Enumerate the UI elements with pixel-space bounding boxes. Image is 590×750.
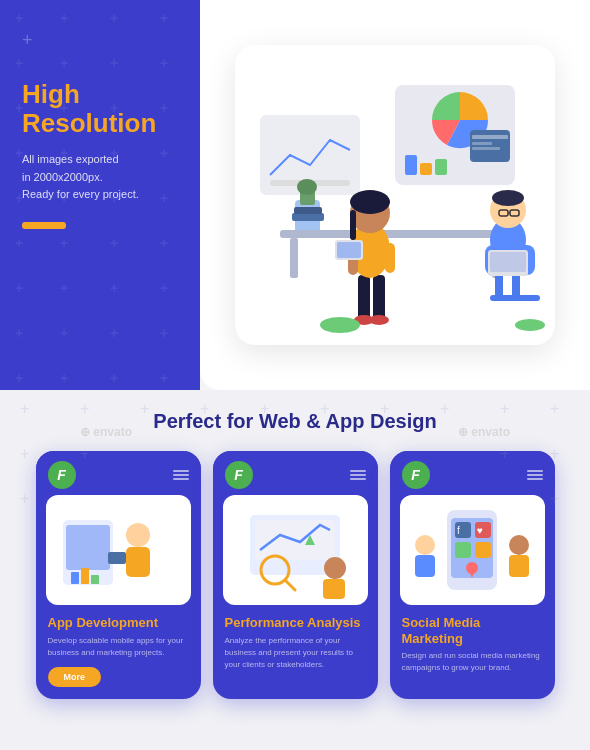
svg-rect-40 <box>385 243 395 273</box>
card-title-3: Social Media Marketing <box>402 615 543 646</box>
card-header-3: F <box>390 451 555 495</box>
hero-subtitle: All images exported in 2000x2000px. Read… <box>22 151 178 204</box>
card-logo-3: F <box>402 461 430 489</box>
card-title-1: App Development <box>48 615 189 631</box>
svg-rect-12 <box>470 130 510 162</box>
svg-rect-32 <box>373 275 385 320</box>
svg-rect-48 <box>126 547 150 577</box>
svg-rect-10 <box>420 163 432 175</box>
card-header-1: F <box>36 451 201 495</box>
hero-illustration <box>240 55 550 335</box>
svg-rect-71 <box>509 555 529 577</box>
card-performance: F <box>213 451 378 699</box>
svg-rect-16 <box>280 230 510 238</box>
svg-rect-22 <box>490 295 540 301</box>
cards-row: F <box>20 451 570 699</box>
card-content-1: App Development Develop scalable mobile … <box>36 605 201 699</box>
bottom-title: Perfect for Web & App Design <box>20 410 570 433</box>
card-image-1 <box>46 495 191 605</box>
svg-rect-9 <box>405 155 417 175</box>
performance-illustration <box>230 500 360 600</box>
svg-rect-5 <box>292 213 324 221</box>
svg-point-55 <box>324 557 346 579</box>
svg-rect-51 <box>81 568 89 584</box>
svg-point-68 <box>415 535 435 555</box>
hero-title: High Resolution <box>22 80 178 137</box>
svg-rect-46 <box>66 525 110 570</box>
svg-point-37 <box>350 190 390 214</box>
svg-rect-64 <box>455 542 471 558</box>
svg-rect-14 <box>472 142 492 145</box>
hero-title-high: High <box>22 80 178 109</box>
card-desc-1: Develop scalable mobile apps for your bu… <box>48 635 189 659</box>
card-image-2 <box>223 495 368 605</box>
more-button[interactable]: More <box>48 667 102 687</box>
svg-rect-17 <box>290 238 298 278</box>
card-header-2: F <box>213 451 378 495</box>
svg-rect-31 <box>358 275 370 320</box>
card-app-development: F <box>36 451 201 699</box>
card-menu-1[interactable] <box>173 470 189 480</box>
card-menu-2[interactable] <box>350 470 366 480</box>
svg-rect-56 <box>323 579 345 599</box>
svg-rect-13 <box>472 135 508 139</box>
svg-rect-15 <box>472 147 500 150</box>
svg-rect-11 <box>435 159 447 175</box>
bottom-section: + + + + + + + + + + + + + + + + ⊕ envato… <box>0 390 590 750</box>
hero-title-resolution: Resolution <box>22 109 178 138</box>
svg-point-44 <box>515 319 545 331</box>
svg-rect-69 <box>415 555 435 577</box>
social-media-illustration: f ♥ <box>407 500 537 600</box>
svg-rect-6 <box>294 207 322 214</box>
svg-text:f: f <box>457 525 460 536</box>
svg-point-25 <box>492 190 524 206</box>
card-image-3: f ♥ <box>400 495 545 605</box>
svg-line-58 <box>285 580 295 590</box>
svg-point-34 <box>369 315 389 325</box>
card-logo-2: F <box>225 461 253 489</box>
svg-rect-38 <box>350 210 356 240</box>
svg-rect-20 <box>495 273 503 298</box>
card-menu-3[interactable] <box>527 470 543 480</box>
svg-rect-42 <box>337 242 361 258</box>
svg-rect-52 <box>91 575 99 584</box>
svg-rect-65 <box>475 542 491 558</box>
card-title-2: Performance Analysis <box>225 615 366 631</box>
svg-point-70 <box>509 535 529 555</box>
svg-text:♥: ♥ <box>477 525 483 536</box>
card-desc-3: Design and run social media marketing ca… <box>402 650 543 674</box>
cta-bar <box>22 222 66 229</box>
left-panel: + + + + + + + + + + + + + + + + + + + + … <box>0 0 200 390</box>
svg-point-43 <box>320 317 360 333</box>
svg-rect-21 <box>512 273 520 298</box>
svg-rect-30 <box>490 252 526 272</box>
svg-rect-49 <box>108 552 126 564</box>
right-panel: ⊕ envato <box>200 0 590 390</box>
card-content-3: Social Media Marketing Design and run so… <box>390 605 555 699</box>
svg-rect-50 <box>71 572 79 584</box>
svg-point-4 <box>297 179 317 195</box>
illustration-card <box>235 45 555 345</box>
svg-point-47 <box>126 523 150 547</box>
card-social-media: F <box>390 451 555 699</box>
card-content-2: Performance Analysis Analyze the perform… <box>213 605 378 699</box>
card-desc-2: Analyze the performance of your business… <box>225 635 366 671</box>
app-dev-illustration <box>53 500 183 600</box>
card-logo-1: F <box>48 461 76 489</box>
top-section: + + + + + + + + + + + + + + + + + + + + … <box>0 0 590 390</box>
